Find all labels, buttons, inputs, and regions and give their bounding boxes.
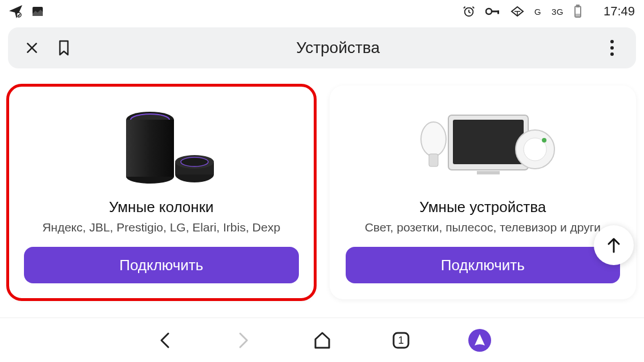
network-g-label: G [534, 7, 541, 17]
svg-point-24 [421, 122, 446, 156]
svg-point-9 [610, 40, 614, 43]
svg-rect-16 [126, 120, 174, 177]
card-subtitle: Яндекс, JBL, Prestigio, LG, Elari, Irbis… [42, 221, 280, 234]
alice-assistant-button[interactable] [466, 327, 493, 354]
smart-devices-image [346, 99, 621, 190]
svg-rect-23 [477, 171, 500, 174]
close-button[interactable] [19, 35, 44, 60]
page-toolbar: Устройства [8, 27, 636, 68]
page-title: Устройства [76, 39, 600, 57]
svg-rect-5 [497, 11, 499, 14]
battery-icon [574, 5, 582, 18]
network-3g-label: 3G [552, 7, 564, 17]
svg-point-11 [610, 52, 614, 56]
svg-point-28 [542, 138, 546, 143]
svg-point-10 [610, 46, 614, 50]
forward-button[interactable] [230, 327, 257, 354]
bookmark-button[interactable] [51, 35, 76, 60]
card-smart-devices[interactable]: Умные устройства Свет, розетки, пылесос,… [330, 86, 637, 299]
location-icon [9, 5, 23, 18]
content-area: Умные колонки Яндекс, JBL, Prestigio, LG… [0, 74, 644, 299]
svg-rect-25 [429, 154, 438, 166]
status-bar: G 3G 17:49 [0, 0, 644, 23]
scroll-to-top-button[interactable] [594, 225, 634, 265]
connect-button[interactable]: Подключить [346, 247, 621, 283]
smart-speakers-image [24, 99, 299, 190]
vpn-key-icon [485, 7, 500, 16]
card-title: Умные устройства [419, 198, 546, 216]
bottom-navigation: 1 [0, 318, 644, 362]
wifi-icon [511, 6, 524, 17]
svg-text:1: 1 [398, 335, 403, 346]
card-smart-speakers[interactable]: Умные колонки Яндекс, JBL, Prestigio, LG… [8, 86, 315, 299]
svg-point-20 [181, 157, 208, 166]
tabs-button[interactable]: 1 [387, 327, 415, 354]
svg-point-3 [486, 9, 492, 14]
gallery-icon [31, 5, 44, 18]
more-menu-button[interactable] [600, 35, 625, 60]
card-title: Умные колонки [109, 198, 214, 216]
alarm-icon [463, 5, 475, 18]
home-button[interactable] [309, 327, 336, 354]
clock-time: 17:49 [604, 4, 635, 19]
card-subtitle: Свет, розетки, пылесос, телевизор и друг… [364, 221, 601, 234]
svg-rect-8 [576, 14, 580, 17]
connect-button[interactable]: Подключить [24, 247, 299, 283]
svg-rect-7 [577, 5, 579, 7]
back-button[interactable] [151, 327, 179, 354]
svg-rect-22 [453, 120, 524, 164]
